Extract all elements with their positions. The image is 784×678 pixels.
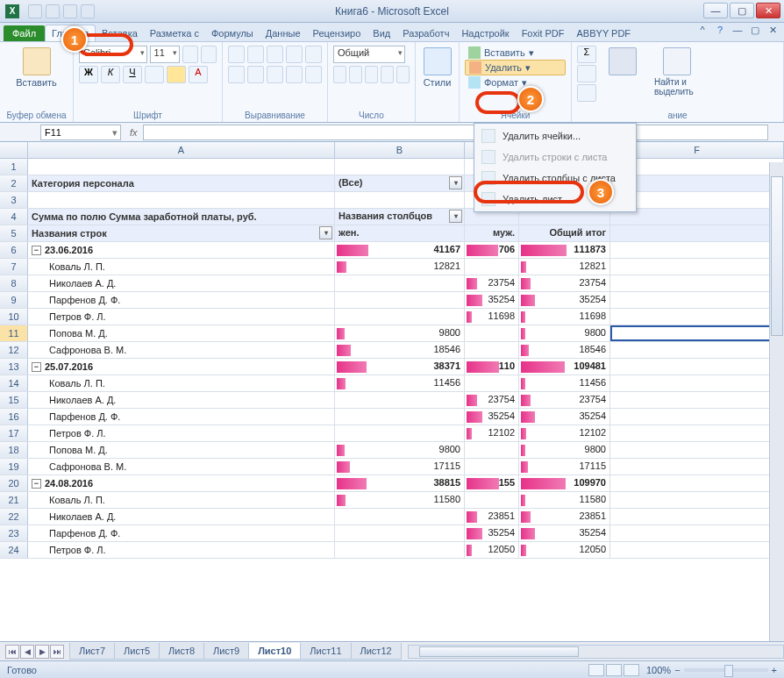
font-size-combo[interactable]: 11 xyxy=(150,46,180,63)
col-header-A[interactable]: A xyxy=(28,142,335,158)
orientation-icon[interactable] xyxy=(286,46,303,63)
row-header[interactable]: 1 xyxy=(0,159,28,175)
cell[interactable]: 23851 xyxy=(465,509,519,525)
row-header[interactable]: 21 xyxy=(0,492,28,508)
cell[interactable]: 12050 xyxy=(519,542,610,558)
doc-close-icon[interactable]: ✕ xyxy=(766,25,779,37)
align-top-icon[interactable] xyxy=(228,46,245,63)
tab-foxit[interactable]: Foxit PDF xyxy=(516,25,571,41)
paste-button[interactable]: Вставить xyxy=(5,46,68,89)
formula-input[interactable] xyxy=(143,125,768,140)
cell[interactable]: Коваль Л. П. xyxy=(28,492,335,508)
row-header[interactable]: 23 xyxy=(0,525,28,541)
row-header[interactable]: 11 xyxy=(0,325,28,341)
cell[interactable] xyxy=(610,425,784,441)
row-header[interactable]: 13 xyxy=(0,359,28,375)
cell[interactable] xyxy=(465,325,519,341)
row-header[interactable]: 8 xyxy=(0,275,28,291)
cell[interactable]: 11698 xyxy=(465,309,519,325)
sheet-tab[interactable]: Лист9 xyxy=(203,643,249,660)
cell[interactable]: 35254 xyxy=(465,409,519,425)
cell[interactable]: 11698 xyxy=(519,309,610,325)
clear-icon[interactable] xyxy=(577,84,596,102)
row-header[interactable]: 7 xyxy=(0,259,28,275)
align-left-icon[interactable] xyxy=(228,66,245,83)
zoom-in-icon[interactable]: + xyxy=(772,665,777,675)
cell[interactable]: Парфенов Д. Ф. xyxy=(28,292,335,308)
cell[interactable]: 23851 xyxy=(519,509,610,525)
col-header-B[interactable]: B xyxy=(335,142,465,158)
cell[interactable]: Попова М. Д. xyxy=(28,442,335,458)
merge-icon[interactable] xyxy=(305,66,322,83)
cell[interactable] xyxy=(610,359,784,375)
cell[interactable] xyxy=(335,292,465,308)
cell[interactable]: 12821 xyxy=(335,259,465,275)
cell[interactable] xyxy=(610,309,784,325)
sheet-nav-prev-icon[interactable]: ◀ xyxy=(20,645,34,659)
cell[interactable] xyxy=(610,409,784,425)
close-button[interactable]: ✕ xyxy=(756,3,780,18)
cell[interactable]: (Все)▾ xyxy=(335,175,465,191)
cell[interactable]: Парфенов Д. Ф. xyxy=(28,409,335,425)
align-bot-icon[interactable] xyxy=(267,46,283,63)
cell[interactable] xyxy=(335,425,465,441)
expand-icon[interactable]: − xyxy=(32,246,41,255)
sheet-tab[interactable]: Лист12 xyxy=(351,643,402,660)
cell[interactable]: Сафронова В. М. xyxy=(28,342,335,358)
sheet-tab[interactable]: Лист11 xyxy=(300,643,351,660)
cell[interactable] xyxy=(335,509,465,525)
autosum-icon[interactable]: Σ xyxy=(577,46,596,63)
filter-button[interactable]: ▾ xyxy=(319,226,332,239)
tab-pagelayout[interactable]: Разметка с xyxy=(144,25,205,41)
cell[interactable]: Попова М. Д. xyxy=(28,325,335,341)
zoom-out-icon[interactable]: − xyxy=(674,665,680,675)
cell[interactable]: Названия строк▾ xyxy=(28,225,335,241)
find-select-button[interactable]: Найти и выделить xyxy=(649,46,705,102)
sheet-tab[interactable]: Лист8 xyxy=(159,643,204,660)
fx-icon[interactable]: fx xyxy=(125,127,143,138)
wrap-icon[interactable] xyxy=(305,46,322,63)
cell[interactable] xyxy=(335,409,465,425)
row-header[interactable]: 6 xyxy=(0,242,28,258)
cell[interactable]: 38371 xyxy=(335,359,465,375)
row-header[interactable]: 5 xyxy=(0,225,28,241)
row-header[interactable]: 18 xyxy=(0,442,28,458)
vertical-scrollbar[interactable] xyxy=(769,162,784,641)
cell[interactable]: Категория персонала xyxy=(28,175,335,191)
maximize-button[interactable]: ▢ xyxy=(730,3,754,18)
cell[interactable]: Названия столбцов▾ xyxy=(335,209,465,225)
indent-dec-icon[interactable] xyxy=(286,66,303,83)
cell[interactable]: 71110 xyxy=(465,359,519,375)
cell[interactable]: 11456 xyxy=(335,375,465,391)
cell[interactable]: 11456 xyxy=(519,375,610,391)
row-header[interactable]: 3 xyxy=(0,192,28,208)
cell[interactable] xyxy=(335,525,465,541)
cell[interactable]: Общий итог xyxy=(519,225,610,241)
cell[interactable] xyxy=(335,309,465,325)
cell[interactable]: Коваль Л. П. xyxy=(28,259,335,275)
cell[interactable]: 12102 xyxy=(465,425,519,441)
sheet-nav-first-icon[interactable]: ⏮ xyxy=(5,645,19,659)
cell[interactable] xyxy=(335,159,465,175)
qat-undo-icon[interactable] xyxy=(46,4,60,18)
cell[interactable]: Сафронова В. М. xyxy=(28,459,335,475)
cell[interactable]: 41167 xyxy=(335,242,465,258)
underline-icon[interactable]: Ч xyxy=(123,66,142,83)
cell[interactable] xyxy=(465,492,519,508)
cell[interactable]: 11580 xyxy=(335,492,465,508)
filter-button[interactable]: ▾ xyxy=(449,210,462,223)
select-all-corner[interactable] xyxy=(0,142,28,158)
tab-review[interactable]: Рецензиро xyxy=(307,25,367,41)
tab-developer[interactable]: Разработч xyxy=(396,25,455,41)
view-pagebreak-icon[interactable] xyxy=(624,664,639,676)
bold-icon[interactable]: Ж xyxy=(79,66,98,83)
currency-icon[interactable] xyxy=(333,66,346,83)
cell[interactable] xyxy=(28,159,335,175)
insert-cells-button[interactable]: Вставить ▾ xyxy=(465,46,566,60)
align-right-icon[interactable] xyxy=(267,66,283,83)
zoom-slider[interactable] xyxy=(684,668,768,672)
cell[interactable]: 111873 xyxy=(519,242,610,258)
cell[interactable]: 109481 xyxy=(519,359,610,375)
cell[interactable]: 11580 xyxy=(519,492,610,508)
row-header[interactable]: 10 xyxy=(0,309,28,325)
